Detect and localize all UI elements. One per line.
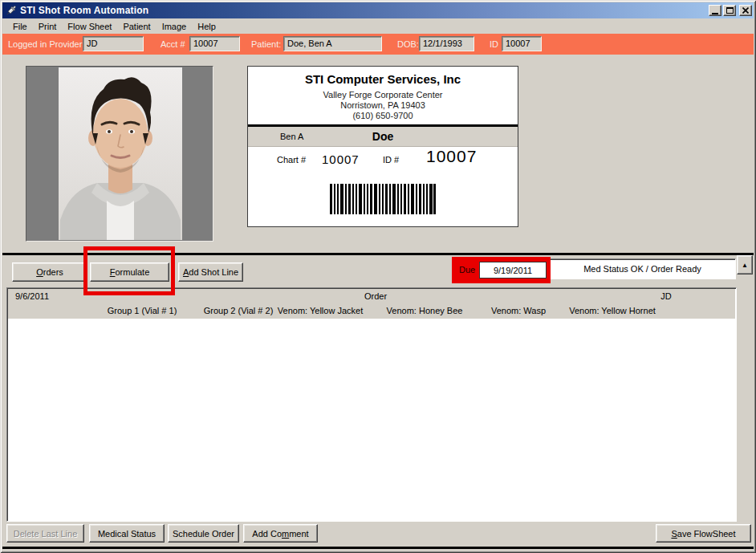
- column-venom-yellow-jacket: Venom: Yellow Jacket: [278, 306, 363, 315]
- delete-last-line-button: Delete Last Line: [6, 524, 84, 543]
- due-highlight-box: Due 9/19/2011: [452, 257, 551, 283]
- scroll-up-button[interactable]: ▲: [737, 255, 753, 274]
- column-group2: Group 2 (Vial # 2): [204, 306, 274, 315]
- syringe-icon: [5, 4, 18, 17]
- card-chart-value: 10007: [322, 152, 360, 166]
- formulate-highlight-box: [83, 246, 175, 295]
- card-company-name: STI Computer Services, Inc: [248, 72, 518, 86]
- close-icon: [742, 7, 749, 14]
- medical-status-button[interactable]: Medical Status: [89, 524, 165, 543]
- card-name-band: Ben A Doe: [248, 127, 518, 147]
- barcode: [330, 184, 436, 214]
- acct-field[interactable]: 10007: [189, 36, 240, 51]
- card-id-label: ID #: [383, 155, 399, 165]
- app-window: STI Shot Room Automation File Print Flow…: [0, 0, 756, 553]
- card-address-line2: Norristown, PA 19403: [248, 100, 518, 110]
- column-group1: Group 1 (Vial # 1): [108, 306, 177, 315]
- menu-print[interactable]: Print: [33, 20, 63, 33]
- dob-label: DOB:: [397, 39, 419, 49]
- flowsheet-order-header: Order: [364, 291, 387, 301]
- acct-label: Acct #: [161, 39, 185, 49]
- add-comment-button[interactable]: Add Comment: [243, 524, 318, 543]
- column-venom-wasp: Venom: Wasp: [491, 306, 546, 315]
- due-label: Due: [459, 265, 475, 274]
- status-field[interactable]: Med Status OK / Order Ready: [549, 258, 736, 279]
- menu-file[interactable]: File: [7, 20, 33, 33]
- menu-patient[interactable]: Patient: [117, 20, 156, 33]
- dob-field[interactable]: 12/1/1993: [419, 36, 474, 51]
- maximize-icon: [726, 7, 734, 14]
- provider-label: Logged in Provider:: [8, 39, 84, 49]
- column-venom-honey-bee: Venom: Honey Bee: [387, 306, 463, 315]
- flowsheet-grid[interactable]: 9/6/2011 Order JD Group 1 (Vial # 1) Gro…: [6, 287, 737, 522]
- id-field[interactable]: 10007: [502, 36, 542, 51]
- window-title: STI Shot Room Automation: [20, 5, 148, 16]
- flowsheet-provider: JD: [660, 291, 671, 301]
- bottom-separator: [2, 547, 754, 549]
- minimize-icon: [712, 13, 718, 14]
- card-address-line1: Valley Forge Corporate Center: [248, 90, 518, 100]
- patient-banner: Logged in Provider: JD Acct # 10007 Pati…: [2, 34, 754, 55]
- menu-image[interactable]: Image: [156, 20, 193, 33]
- menu-bar: File Print Flow Sheet Patient Image Help: [2, 18, 754, 34]
- patient-photo: [26, 66, 213, 242]
- menu-help[interactable]: Help: [192, 20, 222, 33]
- flowsheet-date: 9/6/2011: [15, 291, 49, 301]
- card-chart-label: Chart #: [277, 155, 306, 165]
- id-label: ID: [490, 39, 498, 49]
- add-shot-line-button[interactable]: Add Shot Line: [178, 262, 243, 282]
- patient-id-card: STI Computer Services, Inc Valley Forge …: [247, 66, 518, 227]
- save-flowsheet-button[interactable]: Save FlowSheet: [656, 524, 751, 543]
- card-id-value: 10007: [426, 147, 477, 166]
- due-date-field[interactable]: 9/19/2011: [479, 262, 547, 279]
- maximize-button[interactable]: [723, 5, 736, 16]
- card-phone: (610) 650-9700: [248, 111, 518, 120]
- column-venom-yellow-hornet: Venom: Yellow Hornet: [569, 306, 656, 315]
- provider-field[interactable]: JD: [83, 36, 144, 51]
- patient-portrait-image: [59, 67, 182, 240]
- card-last-name: Doe: [248, 130, 518, 143]
- menu-flow-sheet[interactable]: Flow Sheet: [62, 20, 117, 33]
- close-button[interactable]: [739, 5, 752, 16]
- schedule-order-button[interactable]: Schedule Order: [168, 524, 239, 543]
- patient-label: Patient:: [251, 39, 281, 49]
- up-arrow-icon: ▲: [742, 262, 748, 269]
- title-bar: STI Shot Room Automation: [2, 2, 754, 18]
- patient-field[interactable]: Doe, Ben A: [283, 36, 382, 51]
- minimize-button[interactable]: [709, 5, 721, 16]
- orders-button[interactable]: Orders: [12, 262, 87, 282]
